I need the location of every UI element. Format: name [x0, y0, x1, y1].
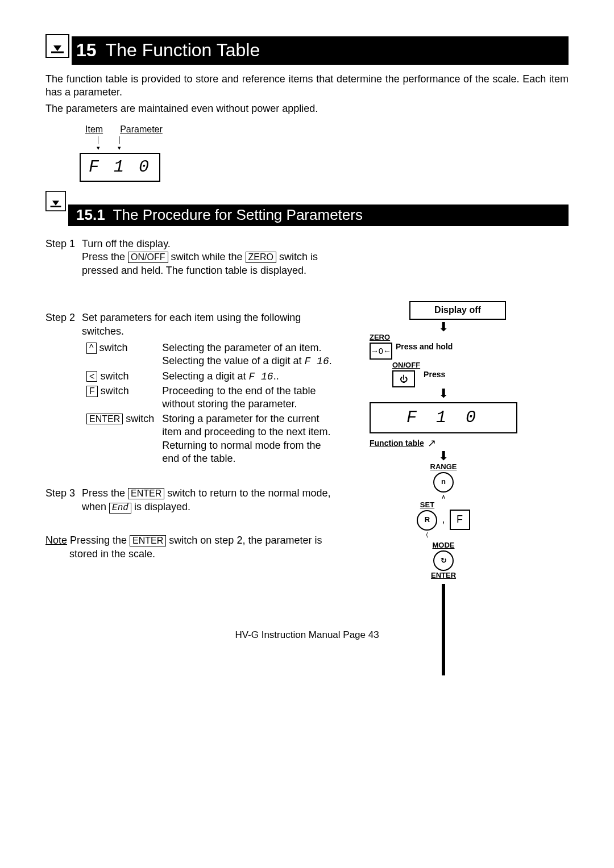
procedure-diagram: Display off ⬇ ZERO →0← Press and hold ON… [370, 301, 517, 675]
intro-p1: The function table is provided to store … [45, 73, 569, 99]
step2-intro2: switches. [82, 325, 392, 338]
mode-button-icon: ↻ [433, 550, 454, 571]
param-label: Parameter [120, 124, 163, 136]
chapter-number: 15 [72, 39, 106, 62]
step1-line1: Turn off the display. [82, 237, 392, 251]
svg-rect-6 [442, 584, 445, 675]
table-row: F switch Proceeding to the end of the ta… [83, 385, 335, 411]
note-label: Note [45, 535, 67, 546]
table-row: ^ switch Selecting the parameter of an i… [83, 341, 335, 369]
item-parameter-diagram: Item Parameter │ │▾ ▾ F 1 0 [80, 124, 569, 182]
step-1: Step 1 Turn off the display. Press the O… [45, 237, 392, 277]
mode-label: MODE [370, 541, 517, 550]
table-row: < switch Selecting a digit at F 16.. [83, 370, 335, 383]
set-button-icon: R [417, 510, 437, 531]
step-label: Step 1 [45, 237, 75, 277]
step-label: Step 2 [45, 311, 75, 466]
function-table-label: Function table [370, 438, 424, 448]
press-hold-label: Press and hold [396, 341, 517, 352]
note-block: Note Pressing the ENTER switch on step 2… [45, 534, 392, 561]
step-2: Step 2 Set parameters for each item usin… [45, 311, 392, 466]
keycap-onoff: ON/OFF [128, 252, 168, 263]
seg-display-sample: F 1 0 [80, 153, 160, 182]
display-end: End [109, 503, 131, 514]
section-heading: 15.1 The Procedure for Setting Parameter… [68, 205, 569, 226]
display-off-box: Display off [409, 301, 506, 320]
step1-line2: Press the ON/OFF switch while the ZERO s… [82, 251, 392, 264]
section-title: The Procedure for Setting Parameters [113, 206, 363, 225]
range-label: RANGE [370, 462, 517, 472]
onoff-label: ON/OFF [392, 361, 420, 370]
section-number: 15.1 [68, 206, 113, 225]
keycap-enter: ENTER [130, 535, 166, 546]
switch-description-table: ^ switch Selecting the parameter of an i… [82, 340, 337, 467]
keycap-enter: ENTER [86, 414, 123, 425]
function-table-display: F 1 0 [370, 402, 517, 433]
table-row: ENTER switch Storing a parameter for the… [83, 412, 335, 466]
down-arrow-icon [45, 34, 69, 61]
intro-p2: The parameters are maintained even witho… [45, 102, 569, 115]
zero-button-icon: →0← [370, 343, 392, 360]
range-button-icon: n [433, 472, 454, 493]
chapter-heading: 15 The Function Table [72, 36, 569, 65]
onoff-button-icon: ⏻ [392, 370, 415, 387]
keycap-f: F [86, 386, 98, 397]
press-label: Press [424, 369, 445, 379]
step-3: Step 3 Press the ENTER switch to return … [45, 487, 392, 514]
zero-label: ZERO [370, 333, 392, 343]
keycap-enter: ENTER [128, 488, 164, 499]
chapter-title: The Function Table [106, 39, 260, 62]
down-arrow-icon [45, 191, 66, 215]
item-label: Item [85, 124, 103, 136]
step1-line3: pressed and held. The function table is … [82, 264, 392, 277]
step-label: Step 3 [45, 487, 75, 514]
keycap-zero: ZERO [246, 252, 276, 263]
enter-label: ENTER [370, 571, 517, 581]
keycap-up: ^ [86, 343, 97, 354]
set-label: SET [417, 500, 437, 510]
f-button-icon: F [450, 510, 470, 530]
keycap-left: < [86, 371, 97, 382]
step2-intro1: Set parameters for each item using the f… [82, 311, 392, 324]
long-arrow-down-icon [439, 584, 447, 675]
